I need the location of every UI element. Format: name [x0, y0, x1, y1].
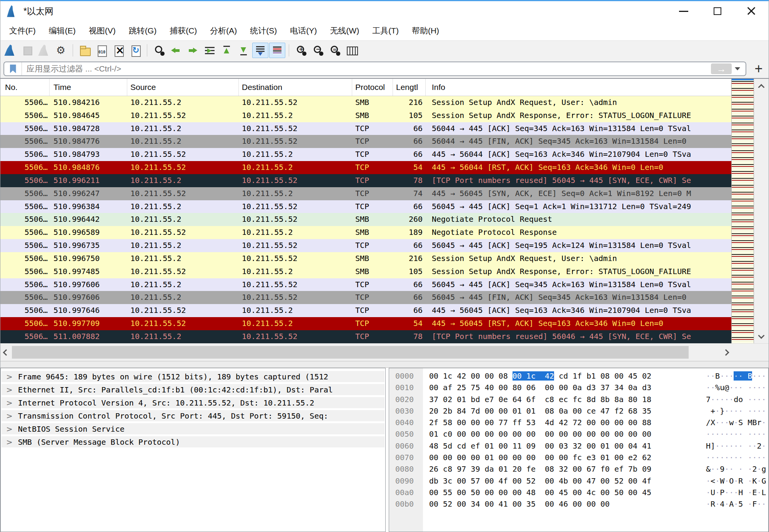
detail-row[interactable]: >Ethernet II, Src: Parallels_cd:1f:b1 (0…	[2, 384, 384, 395]
close-file-button[interactable]	[110, 43, 127, 58]
vertical-scrollbar[interactable]	[754, 79, 769, 343]
scroll-right-button[interactable]	[720, 350, 732, 355]
pane-splitter[interactable]	[0, 361, 769, 368]
restart-capture-button[interactable]	[36, 43, 52, 58]
expander-chevron-icon[interactable]: >	[6, 398, 13, 407]
packet-row[interactable]: 5506…510.99644210.211.55.210.211.55.52SM…	[0, 213, 731, 226]
go-to-packet-button[interactable]	[201, 43, 218, 58]
hex-row[interactable]: 002037 02 01 bd e7 0e 64 6f c8 ec fc 8d …	[389, 394, 768, 405]
hex-row[interactable]: 007000 00 00 00 01 00 00 00 00 00 fc e3 …	[389, 452, 768, 463]
hex-row[interactable]: 001000 af 25 75 40 00 80 06 00 00 0a d3 …	[389, 382, 768, 393]
hex-row[interactable]: 00a000 55 00 50 00 00 00 48 00 45 00 4c …	[389, 487, 768, 498]
menu-item-help[interactable]: 帮助(H)	[405, 22, 446, 40]
scroll-down-icon[interactable]	[758, 332, 765, 339]
packet-row[interactable]: 5506…510.99770910.211.55.5210.211.55.2TC…	[0, 317, 731, 330]
maximize-button[interactable]	[706, 3, 729, 19]
pane-gap[interactable]	[386, 368, 389, 532]
column-header-protocol[interactable]: Protocol	[352, 79, 393, 96]
hex-row[interactable]: 00402f 58 00 00 00 77 ff 53 4d 42 72 00 …	[389, 417, 768, 428]
save-file-button[interactable]	[93, 43, 110, 58]
menu-item-capture[interactable]: 捕获(C)	[163, 22, 203, 40]
scroll-up-icon[interactable]	[758, 84, 765, 91]
packet-row[interactable]: 5506…510.99638410.211.55.210.211.55.52TC…	[0, 200, 731, 213]
menu-item-statistics[interactable]: 统计(S)	[243, 22, 283, 40]
go-last-button[interactable]	[235, 43, 251, 58]
packet-row[interactable]: 5506…510.98421610.211.55.210.211.55.52SM…	[0, 96, 731, 109]
column-header-time[interactable]: Time	[50, 79, 127, 96]
packet-row[interactable]: 5506…510.99675010.211.55.210.211.55.52SM…	[0, 252, 731, 265]
resize-columns-button[interactable]	[343, 43, 360, 58]
zoom-out-button[interactable]	[310, 43, 326, 58]
expander-chevron-icon[interactable]: >	[6, 424, 13, 434]
hex-row[interactable]: 0090db 3c 00 57 00 4f 00 52 00 4b 00 47 …	[389, 475, 768, 487]
packet-row[interactable]: 5506…510.99658910.211.55.5210.211.55.2SM…	[0, 226, 731, 239]
packet-row[interactable]: 5506…510.99764610.211.55.5210.211.55.2TC…	[0, 304, 731, 317]
menu-item-wireless[interactable]: 无线(W)	[323, 22, 366, 40]
go-first-button[interactable]	[218, 43, 235, 58]
stop-capture-button[interactable]	[19, 43, 35, 58]
reload-file-button[interactable]	[127, 43, 143, 58]
detail-row[interactable]: >NetBIOS Session Service	[2, 423, 384, 434]
hex-row[interactable]: 003020 2b 84 7d 00 00 01 01 08 0a 00 ce …	[389, 405, 768, 417]
hex-row[interactable]: 000000 1c 42 00 00 08 00 1c 42 cd 1f b1 …	[389, 370, 768, 382]
capture-options-button[interactable]	[53, 43, 69, 58]
packet-row[interactable]: 5506…510.98472810.211.55.210.211.55.52TC…	[0, 122, 731, 135]
packet-row[interactable]: 5506…510.99673510.211.55.210.211.55.52TC…	[0, 239, 731, 252]
column-header-info[interactable]: Info	[426, 79, 731, 96]
minimize-button[interactable]	[672, 3, 696, 19]
packet-row[interactable]: 5506…510.99624710.211.55.5210.211.55.2TC…	[0, 187, 731, 200]
packet-row[interactable]: 5506…510.98464510.211.55.5210.211.55.2SM…	[0, 109, 731, 122]
apply-filter-button[interactable]: →	[711, 63, 732, 74]
display-filter-input[interactable]	[22, 64, 711, 73]
find-packet-button[interactable]	[151, 43, 167, 58]
menu-item-go[interactable]: 跳转(G)	[122, 22, 163, 40]
close-button[interactable]	[739, 3, 763, 19]
menu-item-analyze[interactable]: 分析(A)	[203, 22, 243, 40]
hex-row[interactable]: 005001 c0 00 00 00 00 00 00 00 00 00 00 …	[389, 428, 768, 440]
packet-row[interactable]: 5506…510.99621110.211.55.210.211.55.52TC…	[0, 174, 731, 187]
hex-row[interactable]: 00b000 52 00 34 00 41 00 35 00 46 00 00 …	[389, 498, 768, 510]
packet-row[interactable]: 5506…510.98479310.211.55.5210.211.55.2TC…	[0, 148, 731, 161]
menu-item-telephony[interactable]: 电话(Y)	[283, 22, 323, 40]
detail-row[interactable]: >Transmission Control Protocol, Src Port…	[2, 410, 384, 421]
horizontal-scrollbar[interactable]	[0, 343, 769, 361]
column-header-length[interactable]: Lengtl	[393, 79, 426, 96]
menu-item-view[interactable]: 视图(V)	[82, 22, 122, 40]
intelligent-scrollbar-minimap[interactable]	[731, 79, 754, 343]
scroll-left-button[interactable]	[0, 350, 12, 355]
go-forward-button[interactable]	[185, 43, 201, 58]
menu-item-tools[interactable]: 工具(T)	[366, 22, 405, 40]
add-filter-button[interactable]: +	[749, 60, 769, 77]
zoom-in-button[interactable]	[293, 43, 309, 58]
packet-row[interactable]: 5506…510.99760610.211.55.210.211.55.52TC…	[0, 278, 731, 291]
expander-chevron-icon[interactable]: >	[6, 385, 13, 394]
column-header-destination[interactable]: Destination	[239, 79, 352, 96]
packet-row[interactable]: 5506…510.99748510.211.55.5210.211.55.2SM…	[0, 265, 731, 278]
packet-row[interactable]: 5506…510.98487610.211.55.5210.211.55.2TC…	[0, 161, 731, 174]
detail-row[interactable]: >Internet Protocol Version 4, Src: 10.21…	[2, 397, 384, 408]
detail-row[interactable]: >Frame 9645: 189 bytes on wire (1512 bit…	[2, 371, 384, 382]
zoom-reset-button[interactable]	[326, 43, 343, 58]
packet-row[interactable]: 5506…511.00788210.211.55.210.211.55.52TC…	[0, 330, 731, 343]
hex-row[interactable]: 006048 5d cd ef 01 00 11 09 00 03 32 00 …	[389, 440, 768, 452]
filter-bookmark-button[interactable]	[4, 62, 22, 75]
open-file-button[interactable]	[77, 43, 93, 58]
column-header-no[interactable]: No.	[0, 79, 50, 96]
go-back-button[interactable]	[168, 43, 184, 58]
expander-chevron-icon[interactable]: >	[6, 372, 13, 381]
menu-item-edit[interactable]: 编辑(E)	[42, 22, 82, 40]
packet-row[interactable]: 5506…510.98477610.211.55.210.211.55.52TC…	[0, 135, 731, 148]
horizontal-scroll-track[interactable]	[12, 344, 720, 361]
colorize-button[interactable]	[269, 43, 285, 58]
packet-row[interactable]: 5506…510.99760610.211.55.210.211.55.52TC…	[0, 291, 731, 304]
filter-dropdown-caret[interactable]	[735, 67, 740, 70]
horizontal-scroll-thumb[interactable]	[12, 346, 689, 359]
hex-row[interactable]: 008026 c8 97 39 da 01 20 fe 08 32 00 67 …	[389, 463, 768, 475]
detail-row[interactable]: >SMB (Server Message Block Protocol)	[2, 436, 384, 447]
auto-scroll-button[interactable]	[252, 43, 268, 58]
menu-item-file[interactable]: 文件(F)	[3, 22, 42, 40]
expander-chevron-icon[interactable]: >	[6, 437, 13, 447]
column-header-source[interactable]: Source	[127, 79, 239, 96]
start-capture-button[interactable]	[2, 43, 18, 58]
expander-chevron-icon[interactable]: >	[6, 411, 13, 421]
